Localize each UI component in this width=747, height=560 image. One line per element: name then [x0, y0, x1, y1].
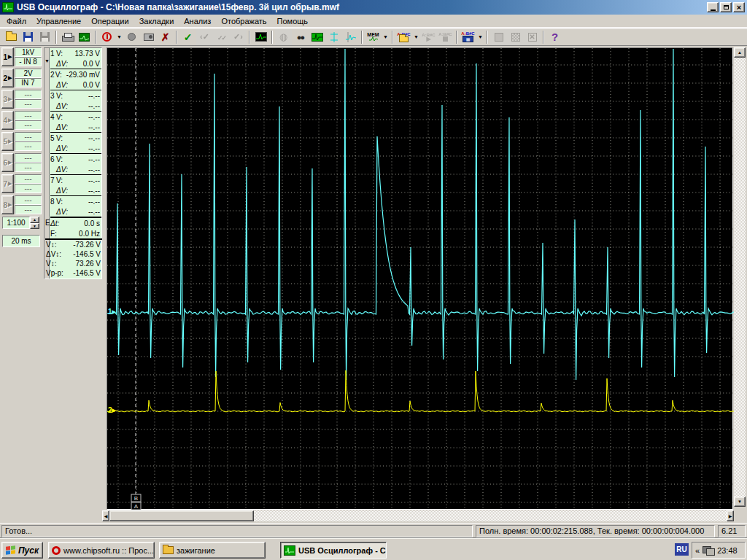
display-mode-button[interactable]	[252, 29, 269, 45]
abc-open-button[interactable]: A:B#C	[395, 29, 412, 45]
channel-1-readout: 1V:13.73 VΔV:0.0 V	[50, 48, 101, 69]
title-bar: USB Осциллограф - C:\Новая папка\зажиган…	[0, 0, 747, 15]
measurement-row: V↕:73.26 V	[46, 259, 102, 268]
clock: 23:48	[717, 546, 738, 555]
channel-1-range-label: 1kV	[15, 47, 42, 57]
channel2-baseline-marker[interactable]: 2▶	[108, 406, 116, 414]
toolbar-separator	[176, 31, 177, 44]
memory-button[interactable]: MEM	[365, 29, 382, 45]
toolbar-separator	[271, 31, 273, 44]
channel-8-button[interactable]: 8▶	[1, 195, 14, 214]
wave-view-button[interactable]	[309, 29, 325, 45]
spin-down-icon[interactable]: ▼	[30, 223, 39, 230]
hscroll-track[interactable]	[254, 510, 727, 521]
power-button[interactable]	[98, 29, 115, 45]
channel-2-button[interactable]: 2▶	[1, 69, 14, 88]
vscroll-track[interactable]	[734, 58, 746, 497]
export-screen-button[interactable]	[76, 29, 93, 45]
abc-open-icon: A:B#C	[397, 32, 410, 42]
scroll-left-icon[interactable]: ◀	[102, 510, 109, 521]
snapshot-button[interactable]	[140, 29, 157, 45]
tray-chevron-icon[interactable]: «	[695, 546, 700, 555]
channel-5-button[interactable]: 5▶	[1, 132, 14, 151]
channel-1-input-label: - IN 8	[15, 57, 42, 66]
check-all-icon: ✓✓	[217, 33, 225, 42]
channel-3-readout: 3V:--.--ΔV:--.--	[50, 90, 101, 112]
channel-4-button[interactable]: 4▶	[1, 111, 14, 130]
menu-item-2[interactable]: Управление	[31, 15, 86, 27]
channel-8-range-label: ---	[15, 195, 42, 205]
pattern-x-button: ✕	[524, 29, 541, 45]
restore-button[interactable]	[720, 2, 732, 12]
wave-view-icon	[311, 33, 323, 42]
toolbar-separator	[55, 31, 57, 44]
close-button[interactable]: ×	[733, 2, 745, 12]
oscilloscope-icon	[284, 545, 295, 556]
hscroll-thumb[interactable]	[109, 510, 254, 521]
abc-open-dropdown-icon[interactable]: ▼	[412, 29, 420, 45]
export-screen-icon	[79, 33, 90, 42]
timebase-box: 20 ms	[2, 235, 40, 247]
channel-6-readout: 6V:--.--ΔV:--.--	[50, 154, 101, 175]
print-button[interactable]	[59, 29, 76, 45]
save-file-button[interactable]	[20, 29, 36, 45]
scroll-right-icon[interactable]: ▶	[727, 510, 734, 521]
pattern-dots-icon	[511, 33, 520, 42]
delete-record-button[interactable]: ✗	[157, 29, 174, 45]
toolbar-separator	[543, 31, 544, 44]
scroll-down-icon[interactable]: ▼	[734, 497, 746, 507]
task-button-2[interactable]: зажигание	[159, 542, 266, 559]
channel1-baseline-marker[interactable]: 1▶	[108, 308, 116, 316]
menu-item-7[interactable]: Помощь	[272, 15, 314, 27]
search-binoculars-icon: ●●	[297, 33, 303, 42]
horizontal-scrollbar[interactable]: ◀ ▶	[102, 510, 734, 521]
channel-3-button[interactable]: 3▶	[1, 90, 14, 109]
abc-panel-button[interactable]: A:B#C▦	[460, 29, 476, 45]
svg-text:A: A	[134, 503, 139, 510]
vertical-markers-button[interactable]	[325, 29, 342, 45]
channel-1-button[interactable]: 1▶	[1, 47, 14, 66]
oscilloscope-display[interactable]: BA 1▶ 2▶	[107, 47, 733, 510]
menu-item-3[interactable]: Операции	[86, 15, 133, 27]
scroll-up-icon[interactable]: ▲	[734, 47, 746, 58]
system-tray: « 23:48	[692, 542, 746, 559]
status-ready: Готов...	[1, 525, 473, 537]
trigger-marker-icon[interactable]: ▼	[44, 58, 50, 63]
channel-6-button[interactable]: 6▶	[1, 153, 14, 172]
cursor-time-readout: Δt:0.0 sF:0.0 Hz	[50, 217, 101, 238]
language-indicator[interactable]: RU	[675, 543, 689, 556]
memory-icon: MEM	[367, 33, 379, 42]
channel-4-readout: 4V:--.--ΔV:--.--	[50, 112, 101, 133]
network-monitors-icon[interactable]	[703, 546, 714, 555]
open-file-icon	[6, 34, 17, 41]
search-binoculars-button[interactable]: ●●	[292, 29, 309, 45]
start-button[interactable]: Пуск	[1, 542, 43, 559]
menu-item-4[interactable]: Закладки	[134, 15, 179, 27]
channel-7-button[interactable]: 7▶	[1, 174, 14, 193]
memory-dropdown-icon[interactable]: ▼	[382, 29, 390, 45]
desktop: USB Осциллограф - C:\Новая папка\зажиган…	[0, 0, 747, 560]
zoom-globe-button: ◍	[275, 29, 292, 45]
scope-canvas: BA	[107, 48, 734, 510]
power-dropdown-icon[interactable]: ▼	[115, 29, 123, 45]
status-bar: Готов... Полн. время: 00:00:02:215.088, …	[0, 523, 747, 538]
vertical-scrollbar[interactable]: ▲ ▼	[734, 47, 746, 507]
spin-up-icon[interactable]: ▲	[30, 217, 39, 223]
menu-item-5[interactable]: Анализ	[179, 15, 216, 27]
minimize-button[interactable]	[707, 2, 719, 12]
menu-item-6[interactable]: Отображать	[216, 15, 271, 27]
check-apply-button[interactable]: ✓	[179, 29, 196, 45]
abc-panel-dropdown-icon[interactable]: ▼	[476, 29, 484, 45]
help-button[interactable]: ?	[546, 29, 563, 45]
record-button[interactable]	[123, 29, 140, 45]
vertical-markers-icon	[329, 32, 339, 42]
toolbar: ▼✗✓‹✓✓✓✓›◍●●MEM▼A:B#C▼A:B#C▶A:B#CA:B#C▦▼…	[0, 28, 747, 46]
channel-4-input-label: ---	[15, 120, 42, 130]
task-button-3[interactable]: USB Осциллограф - C...	[280, 542, 387, 559]
status-time: Полн. время: 00:00:02:215.088, Тек. врем…	[476, 525, 715, 537]
wave-markers-button[interactable]	[342, 29, 359, 45]
open-file-button[interactable]	[3, 29, 20, 45]
menu-item-1[interactable]: Файл	[1, 15, 31, 27]
check-all-button: ✓✓	[213, 29, 230, 45]
task-button-1[interactable]: www.chipsoft.ru :: Прос...	[48, 542, 155, 559]
